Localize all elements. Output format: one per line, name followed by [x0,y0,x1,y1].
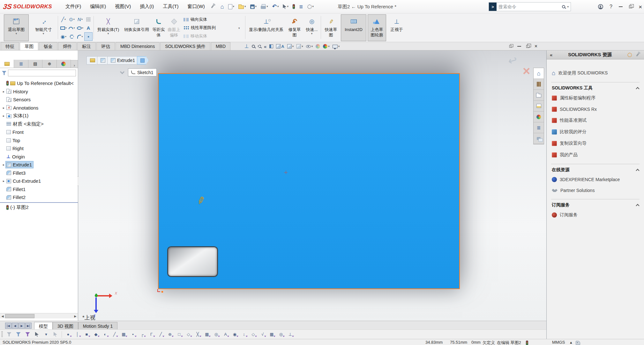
print-button[interactable]: ▾ [259,3,270,10]
units-caret-icon[interactable]: ▴ [570,340,572,345]
search-icon[interactable] [562,5,565,8]
rapid-sketch-button[interactable]: ✎ 快速草 图 [322,14,340,41]
arc-tool-button[interactable]: ▾ [68,24,76,32]
undo-button[interactable]: ↶▾ [271,3,281,11]
lasso-cursor-button[interactable] [51,331,59,338]
section-online-resources[interactable]: 在线资源 [547,164,644,174]
tree-item-fillet3[interactable]: ▸ Fillet3 [0,169,78,177]
prev-tab-button[interactable]: ◀ [12,323,18,329]
tab-feature-tree[interactable] [0,60,14,68]
scroll-left-arrow-icon[interactable]: ◀ [0,314,5,318]
breadcrumb-sketch[interactable] [137,56,149,65]
filter-toggle-icon[interactable] [5,331,13,338]
tree-item-cut-extrude1[interactable]: ▸ Cut-Extrude1 [0,177,78,185]
expand-arrow-icon[interactable]: ▸ [2,114,6,118]
cancel-sketch-icon[interactable]: × [523,65,530,77]
menu-window[interactable]: 窗口(W) [183,2,209,12]
tab-sheet-metal[interactable]: 钣金 [39,42,57,50]
dropdown-caret-icon[interactable]: ▾ [238,27,240,30]
doc-tile-icon[interactable] [509,45,512,48]
confirm-exit-sketch-icon[interactable]: ↩ [507,54,518,67]
doc-minimize-button[interactable] [517,46,521,47]
repair-sketch-button[interactable]: 修复草 图 [286,14,303,41]
compare-my-score-link[interactable]: 比较我的评分 [547,126,644,138]
close-button[interactable]: × [639,4,642,10]
line-tool-button[interactable]: ╱▾ [59,15,68,24]
doc-close-button[interactable]: × [535,44,537,49]
section-solidworks-tools[interactable]: SOLIDWORKS 工具 [547,82,644,92]
rectangle-tool-button[interactable]: ▾ [59,24,68,32]
design-library-tab[interactable] [534,79,544,90]
search-dropdown-caret-icon[interactable]: ▾ [567,5,569,8]
tree-item-material[interactable]: ▸ 材质 <未指定> [0,120,78,128]
tree-item-annotations[interactable]: ▸ Annotations [0,104,78,112]
dropdown-caret-icon[interactable]: ▾ [42,331,50,338]
tree-item-sketch2[interactable]: ▸ (-) 草图2 [0,203,78,212]
zoom-fit-button[interactable] [252,45,255,48]
filter-annotations-button[interactable]: ▦ [203,331,211,338]
filter-datums-button[interactable]: A [221,331,229,338]
file-properties-button[interactable]: ≣ [297,3,305,10]
menu-tools[interactable]: 工具(T) [158,2,183,12]
performance-benchmark-link[interactable]: 性能基准测试 [547,115,644,126]
tab-strip-more-button[interactable]: › [71,63,78,68]
search-input[interactable] [497,4,562,9]
file-explorer-tab[interactable] [534,90,544,101]
filter-datum-targets-button[interactable]: ▦ [268,331,276,338]
property-tab-builder-link[interactable]: 属性标签编制程序 [547,92,644,104]
partner-solutions-link[interactable]: Partner Solutions [547,185,644,196]
first-tab-button[interactable]: |◀ [5,323,11,329]
edit-appearance-button[interactable] [316,44,320,49]
new-document-button[interactable]: ▾ [227,3,236,11]
normal-to-view-button[interactable]: ⊥ [244,44,249,49]
my-products-link[interactable]: 我的产品 [547,149,644,161]
tree-item-extrude1[interactable]: ▸ Extrude1 [0,161,78,169]
tree-item-right-plane[interactable]: ▸ Right [0,144,78,153]
filter-edges-button[interactable]: │ [73,331,81,338]
tab-features[interactable]: 特征 [1,42,19,50]
help-icon[interactable]: ? [610,4,612,10]
slot-tool-button[interactable]: ◉▾ [59,32,68,41]
last-tab-button[interactable]: ▶| [25,323,32,329]
doc-restore-button[interactable] [526,45,529,48]
graphics-area[interactable]: Extrude1 Sketch1 ↩ × ✎ x z *上视 [79,50,546,321]
filter-surface-finish-button[interactable]: √ [258,331,266,338]
command-search[interactable]: > ▾ [489,2,571,11]
filter-sketch-segments-button[interactable]: ╱ [157,331,165,338]
tab-solidworks-addins[interactable]: SOLIDWORKS 插件 [160,42,210,50]
select-cursor-button[interactable] [33,331,41,338]
expand-arrow-icon[interactable]: ▸ [2,106,6,110]
gear-icon[interactable] [627,53,632,57]
expand-arrow-icon[interactable]: ▸ [2,179,6,183]
next-tab-button[interactable]: ▶ [19,323,25,329]
breadcrumb-extrude1[interactable]: Extrude1 [107,56,139,65]
tab-motion-study-1[interactable]: Motion Study 1 [78,322,117,329]
tree-item-fillet2[interactable]: ▸ Fillet2 [0,193,78,202]
filter-axes-button[interactable]: ╱ [110,331,118,338]
tab-configuration-manager[interactable]: ▤ [28,60,42,68]
apply-scene-button[interactable]: ▾ [323,44,330,49]
tree-item-part-root[interactable]: ▸ Up To Reference (Default< [0,79,78,88]
subscription-services-link[interactable]: 订阅服务 [547,209,644,221]
previous-view-button[interactable]: « [264,44,266,49]
appearances-tab[interactable] [534,111,544,122]
tab-evaluate[interactable]: 评估 [96,42,115,50]
user-account-icon[interactable] [598,4,603,9]
scroll-right-arrow-icon[interactable]: ▶ [73,314,78,318]
convert-entities-button[interactable]: 转换实体引用 [122,14,151,41]
rollback-bar[interactable] [0,202,78,203]
tree-filter-input[interactable] [8,70,76,76]
filter-blocks-button[interactable]: ↕ [240,331,248,338]
tree-item-sensors[interactable]: ▸ Sensors [0,96,78,104]
tree-item-fillet1[interactable]: ▸ Fillet1 [0,185,78,194]
collapse-pane-icon[interactable]: « [550,52,552,57]
sketch1-label[interactable]: Sketch1 [128,68,157,76]
custom-properties-tab[interactable]: ≣ [534,122,544,133]
filter-notes-button[interactable]: ◎ [212,331,220,338]
smart-dimension-button[interactable]: ↔ 智能尺寸 ▾ [30,14,56,41]
tab-model[interactable]: 模型 [34,322,53,329]
tree-horizontal-scrollbar[interactable]: ◀ ▶ [0,313,78,318]
menu-insert[interactable]: 插入(I) [135,2,158,12]
pin-menubar-icon[interactable] [211,5,214,8]
move-entities-button[interactable]: 移动实体 [183,32,243,40]
